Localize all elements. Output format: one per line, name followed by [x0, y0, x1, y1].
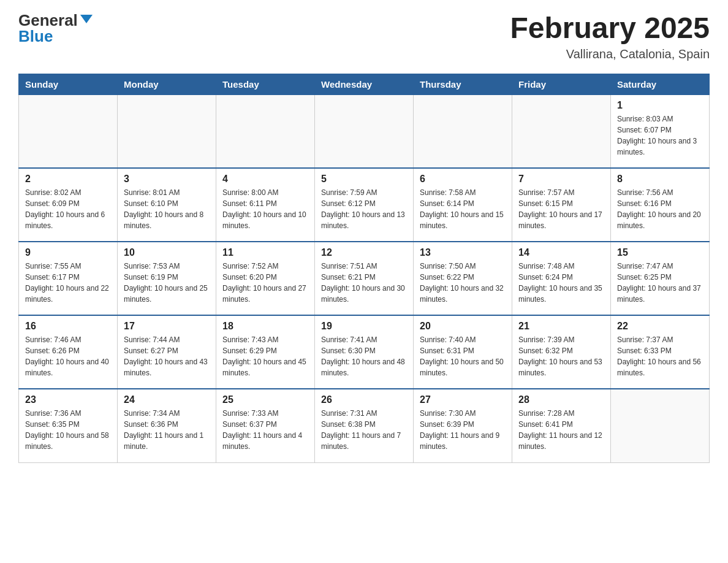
- day-number: 24: [124, 394, 210, 405]
- day-number: 26: [321, 394, 407, 405]
- calendar-cell: 4Sunrise: 8:00 AMSunset: 6:11 PMDaylight…: [216, 168, 315, 242]
- calendar-cell: 19Sunrise: 7:41 AMSunset: 6:30 PMDayligh…: [315, 315, 414, 389]
- title-block: February 2025 Vallirana, Catalonia, Spai…: [510, 12, 710, 61]
- day-info: Sunrise: 8:00 AMSunset: 6:11 PMDaylight:…: [222, 187, 308, 231]
- day-number: 1: [617, 100, 703, 111]
- day-number: 7: [518, 174, 604, 185]
- day-number: 17: [124, 321, 210, 332]
- day-info: Sunrise: 7:53 AMSunset: 6:19 PMDaylight:…: [124, 261, 210, 305]
- calendar-week-row: 9Sunrise: 7:55 AMSunset: 6:17 PMDaylight…: [19, 242, 710, 315]
- day-number: 19: [321, 321, 407, 332]
- calendar-cell: 14Sunrise: 7:48 AMSunset: 6:24 PMDayligh…: [512, 242, 611, 315]
- day-info: Sunrise: 8:01 AMSunset: 6:10 PMDaylight:…: [124, 187, 210, 231]
- day-number: 27: [420, 394, 506, 405]
- day-info: Sunrise: 7:50 AMSunset: 6:22 PMDaylight:…: [420, 261, 506, 305]
- day-number: 8: [617, 174, 703, 185]
- calendar-week-row: 2Sunrise: 8:02 AMSunset: 6:09 PMDaylight…: [19, 168, 710, 242]
- calendar-cell: 22Sunrise: 7:37 AMSunset: 6:33 PMDayligh…: [611, 315, 710, 389]
- calendar-header-row: SundayMondayTuesdayWednesdayThursdayFrid…: [19, 74, 710, 94]
- day-info: Sunrise: 7:44 AMSunset: 6:27 PMDaylight:…: [124, 334, 210, 378]
- calendar-cell: 28Sunrise: 7:28 AMSunset: 6:41 PMDayligh…: [512, 389, 611, 462]
- day-info: Sunrise: 7:34 AMSunset: 6:36 PMDaylight:…: [124, 408, 210, 452]
- calendar-cell: [315, 94, 414, 168]
- day-info: Sunrise: 7:39 AMSunset: 6:32 PMDaylight:…: [518, 334, 604, 378]
- day-number: 22: [617, 321, 703, 332]
- calendar-cell: 2Sunrise: 8:02 AMSunset: 6:09 PMDaylight…: [19, 168, 118, 242]
- day-number: 5: [321, 174, 407, 185]
- calendar-cell: 9Sunrise: 7:55 AMSunset: 6:17 PMDaylight…: [19, 242, 118, 315]
- calendar-cell: [216, 94, 315, 168]
- logo: General Blue: [18, 12, 93, 44]
- weekday-header-tuesday: Tuesday: [216, 74, 315, 94]
- day-number: 10: [124, 247, 210, 258]
- calendar-cell: [611, 389, 710, 462]
- day-info: Sunrise: 8:03 AMSunset: 6:07 PMDaylight:…: [617, 113, 703, 158]
- day-number: 18: [222, 321, 308, 332]
- day-info: Sunrise: 7:43 AMSunset: 6:29 PMDaylight:…: [222, 334, 308, 378]
- day-number: 25: [222, 394, 308, 405]
- calendar-cell: 7Sunrise: 7:57 AMSunset: 6:15 PMDaylight…: [512, 168, 611, 242]
- weekday-header-friday: Friday: [512, 74, 611, 94]
- location-text: Vallirana, Catalonia, Spain: [510, 47, 710, 61]
- calendar-week-row: 23Sunrise: 7:36 AMSunset: 6:35 PMDayligh…: [19, 389, 710, 462]
- calendar-week-row: 1Sunrise: 8:03 AMSunset: 6:07 PMDaylight…: [19, 94, 710, 168]
- calendar-cell: [512, 94, 611, 168]
- month-title: February 2025: [510, 12, 710, 45]
- day-info: Sunrise: 7:48 AMSunset: 6:24 PMDaylight:…: [518, 261, 604, 305]
- weekday-header-monday: Monday: [118, 74, 216, 94]
- day-info: Sunrise: 7:51 AMSunset: 6:21 PMDaylight:…: [321, 261, 407, 305]
- day-number: 11: [222, 247, 308, 258]
- calendar-cell: [19, 94, 118, 168]
- calendar-cell: 21Sunrise: 7:39 AMSunset: 6:32 PMDayligh…: [512, 315, 611, 389]
- day-number: 6: [420, 174, 506, 185]
- calendar-cell: 18Sunrise: 7:43 AMSunset: 6:29 PMDayligh…: [216, 315, 315, 389]
- weekday-header-wednesday: Wednesday: [315, 74, 414, 94]
- day-info: Sunrise: 7:57 AMSunset: 6:15 PMDaylight:…: [518, 187, 604, 231]
- calendar-cell: 8Sunrise: 7:56 AMSunset: 6:16 PMDaylight…: [611, 168, 710, 242]
- day-info: Sunrise: 7:36 AMSunset: 6:35 PMDaylight:…: [25, 408, 111, 452]
- day-number: 28: [518, 394, 604, 405]
- calendar-cell: 12Sunrise: 7:51 AMSunset: 6:21 PMDayligh…: [315, 242, 414, 315]
- day-info: Sunrise: 8:02 AMSunset: 6:09 PMDaylight:…: [25, 187, 111, 231]
- calendar-cell: 10Sunrise: 7:53 AMSunset: 6:19 PMDayligh…: [118, 242, 216, 315]
- calendar-cell: 26Sunrise: 7:31 AMSunset: 6:38 PMDayligh…: [315, 389, 414, 462]
- calendar-cell: 3Sunrise: 8:01 AMSunset: 6:10 PMDaylight…: [118, 168, 216, 242]
- calendar-cell: 13Sunrise: 7:50 AMSunset: 6:22 PMDayligh…: [414, 242, 512, 315]
- calendar-cell: 17Sunrise: 7:44 AMSunset: 6:27 PMDayligh…: [118, 315, 216, 389]
- calendar-cell: 5Sunrise: 7:59 AMSunset: 6:12 PMDaylight…: [315, 168, 414, 242]
- day-info: Sunrise: 7:55 AMSunset: 6:17 PMDaylight:…: [25, 261, 111, 305]
- day-number: 12: [321, 247, 407, 258]
- day-number: 23: [25, 394, 111, 405]
- day-info: Sunrise: 7:58 AMSunset: 6:14 PMDaylight:…: [420, 187, 506, 231]
- calendar-table: SundayMondayTuesdayWednesdayThursdayFrid…: [18, 74, 710, 463]
- day-info: Sunrise: 7:47 AMSunset: 6:25 PMDaylight:…: [617, 261, 703, 305]
- day-info: Sunrise: 7:28 AMSunset: 6:41 PMDaylight:…: [518, 408, 604, 452]
- calendar-cell: [414, 94, 512, 168]
- day-info: Sunrise: 7:52 AMSunset: 6:20 PMDaylight:…: [222, 261, 308, 305]
- calendar-cell: 11Sunrise: 7:52 AMSunset: 6:20 PMDayligh…: [216, 242, 315, 315]
- calendar-cell: 24Sunrise: 7:34 AMSunset: 6:36 PMDayligh…: [118, 389, 216, 462]
- logo-triangle-icon: [80, 15, 93, 23]
- calendar-cell: 15Sunrise: 7:47 AMSunset: 6:25 PMDayligh…: [611, 242, 710, 315]
- calendar-week-row: 16Sunrise: 7:46 AMSunset: 6:26 PMDayligh…: [19, 315, 710, 389]
- day-info: Sunrise: 7:46 AMSunset: 6:26 PMDaylight:…: [25, 334, 111, 378]
- calendar-cell: [118, 94, 216, 168]
- day-number: 2: [25, 174, 111, 185]
- logo-general-text: General: [18, 12, 78, 28]
- day-number: 21: [518, 321, 604, 332]
- day-info: Sunrise: 7:37 AMSunset: 6:33 PMDaylight:…: [617, 334, 703, 378]
- calendar-cell: 25Sunrise: 7:33 AMSunset: 6:37 PMDayligh…: [216, 389, 315, 462]
- weekday-header-saturday: Saturday: [611, 74, 710, 94]
- calendar-cell: 23Sunrise: 7:36 AMSunset: 6:35 PMDayligh…: [19, 389, 118, 462]
- calendar-cell: 27Sunrise: 7:30 AMSunset: 6:39 PMDayligh…: [414, 389, 512, 462]
- day-number: 3: [124, 174, 210, 185]
- day-info: Sunrise: 7:30 AMSunset: 6:39 PMDaylight:…: [420, 408, 506, 452]
- day-number: 13: [420, 247, 506, 258]
- weekday-header-sunday: Sunday: [19, 74, 118, 94]
- day-info: Sunrise: 7:33 AMSunset: 6:37 PMDaylight:…: [222, 408, 308, 452]
- day-number: 15: [617, 247, 703, 258]
- calendar-cell: 16Sunrise: 7:46 AMSunset: 6:26 PMDayligh…: [19, 315, 118, 389]
- day-info: Sunrise: 7:40 AMSunset: 6:31 PMDaylight:…: [420, 334, 506, 378]
- page-header: General Blue February 2025 Vallirana, Ca…: [18, 12, 710, 61]
- day-number: 4: [222, 174, 308, 185]
